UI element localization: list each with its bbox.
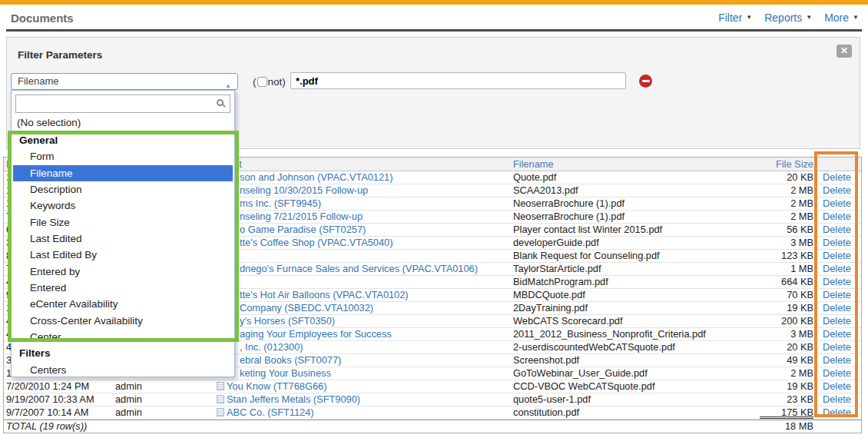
dropdown-group-label: General (12, 132, 234, 148)
dropdown-option-no-selection[interactable]: (No selection) (12, 114, 234, 132)
cell-subject: nseling 10/30/2015 Follow-up (212, 184, 508, 197)
delete-link[interactable]: Delete (823, 393, 851, 405)
cell-delete: Delete (817, 197, 861, 210)
subject-link[interactable]: son and Johnson (VPAC.VTA0121) (240, 171, 393, 183)
subject-link[interactable]: o Game Paradise (SFT0257) (240, 224, 366, 235)
cell-subject: You Know (TT768G66) (212, 380, 508, 393)
subject-link[interactable]: nseling 7/21/2015 Follow-up (240, 211, 363, 222)
delete-link[interactable]: Delete (823, 328, 851, 340)
cell-subject: tte's Coffee Shop (VPAC.VTA5040) (212, 237, 508, 249)
delete-link[interactable]: Delete (823, 184, 851, 196)
cell-subject: nseling 7/21/2015 Follow-up (212, 211, 508, 223)
delete-link[interactable]: Delete (823, 224, 851, 235)
remove-filter-icon[interactable] (639, 75, 652, 88)
delete-link[interactable]: Delete (823, 197, 851, 209)
delete-link[interactable]: Delete (823, 302, 851, 314)
subject-link[interactable]: , Inc. (012300) (240, 341, 303, 353)
subject-link[interactable]: y's Horses (SFT0350) (240, 315, 335, 327)
delete-link[interactable]: Delete (823, 354, 851, 366)
dropdown-option-description[interactable]: Description (12, 181, 234, 197)
cell-subject (212, 276, 508, 288)
subject-link[interactable]: ebral Books (SFT0077) (240, 354, 341, 366)
cell-delete: Delete (817, 393, 861, 406)
subject-link[interactable]: aging Your Employees for Success (240, 328, 392, 340)
subject-link[interactable]: You Know (TT768G66) (227, 380, 326, 392)
delete-link[interactable]: Delete (823, 250, 851, 261)
delete-link[interactable]: Delete (823, 289, 851, 300)
dropdown-option-filename[interactable]: Filename (13, 165, 233, 181)
cell-delete: Delete (817, 341, 861, 353)
table-row: 7/20/2010 1:24 PM admin You Know (TT768G… (4, 380, 861, 393)
header-subject[interactable]: Subject (212, 158, 508, 171)
delete-link[interactable]: Delete (823, 237, 851, 248)
filename-text: 2011_2012_Business_Nonprofit_Criteria.pd… (513, 328, 706, 340)
dropdown-option-file-size[interactable]: File Size (12, 214, 234, 231)
dropdown-option-centers[interactable]: Centers (12, 362, 234, 378)
cell-subject: tte's Hot Air Balloons (VPAC.VTA0102) (212, 289, 508, 301)
delete-link[interactable]: Delete (823, 263, 851, 274)
cell-delete: Delete (817, 237, 861, 249)
filter-pattern-input[interactable] (290, 72, 626, 89)
dropdown-search-input[interactable] (15, 95, 230, 113)
delete-link[interactable]: Delete (823, 406, 851, 418)
cell-filename: Player contact list Winter 2015.pdf (508, 224, 759, 236)
cell-filename: quote5-user-1.pdf (508, 393, 759, 406)
cell-delete: Delete (817, 224, 861, 236)
subject-link[interactable]: tte's Hot Air Balloons (VPAC.VTA0102) (240, 289, 409, 300)
dropdown-group-label: Filters (12, 345, 234, 361)
cell-filename: WebCATS Scorecard.pdf (508, 315, 759, 327)
subject-link[interactable]: ms Inc. (SFT9945) (240, 197, 321, 209)
nav-filter-menu[interactable]: Filter ▼ (718, 12, 752, 24)
filter-field-select[interactable]: Filename ▲ (11, 73, 238, 90)
cell-size: 20 KB (759, 171, 817, 184)
filename-text: SCAA2013.pdf (513, 184, 578, 196)
subject-link[interactable]: dnego's Furnace Sales and Services (VPAC… (240, 263, 478, 274)
subject-link[interactable]: Stan Jeffers Metals (SFT9090) (227, 393, 360, 405)
subject-link[interactable]: Company (SBEDC.VTA10032) (240, 302, 373, 314)
cell-size: 200 KB (759, 315, 817, 327)
dropdown-option-last-edited-by[interactable]: Last Edited By (12, 247, 234, 263)
delete-link[interactable]: Delete (823, 315, 851, 327)
header-filename[interactable]: Filename (508, 158, 759, 171)
dropdown-option-ecenter-availability[interactable]: eCenter Availability (12, 296, 234, 312)
total-label: TOTAL (19 row(s)) (4, 420, 508, 433)
dropdown-option-form[interactable]: Form (12, 148, 234, 164)
header-delete (817, 158, 861, 171)
nav-reports-menu[interactable]: Reports ▼ (764, 12, 812, 24)
delete-link[interactable]: Delete (823, 171, 851, 183)
cell-delete: Delete (817, 263, 861, 275)
chevron-down-icon: ▼ (746, 15, 752, 21)
subject-link[interactable]: nseling 10/30/2015 Follow-up (240, 184, 368, 196)
dropdown-option-last-edited[interactable]: Last Edited (12, 231, 234, 247)
cell-size: 2 MB (759, 211, 817, 223)
delete-link[interactable]: Delete (823, 380, 851, 392)
close-icon[interactable]: ✕ (837, 45, 852, 58)
not-checkbox[interactable] (257, 77, 267, 87)
subject-link[interactable]: keting Your Business (240, 367, 331, 379)
cell-delete: Delete (817, 406, 861, 419)
subject-link[interactable]: ABC Co. (SFT1124) (227, 406, 314, 418)
page-title: Documents (11, 12, 74, 25)
delete-link[interactable]: Delete (823, 341, 851, 353)
table-row: 9/7/2007 10:14 AM admin ABC Co. (SFT1124… (4, 406, 861, 420)
dropdown-option-center[interactable]: Center (12, 329, 234, 345)
subject-link[interactable]: tte's Coffee Shop (VPAC.VTA5040) (240, 237, 393, 248)
table-row: 9/19/2007 10:33 AM admin Stan Jeffers Me… (4, 393, 861, 406)
dropdown-option-entered-by[interactable]: Entered by (12, 264, 234, 280)
dropdown-option-keywords[interactable]: Keywords (12, 197, 234, 214)
cell-entered: 7/20/2010 1:24 PM (4, 380, 110, 393)
cell-filename: MBDCQuote.pdf (508, 289, 759, 301)
nav-more-menu[interactable]: More ▼ (824, 12, 859, 24)
dropdown-option-cross-center-availability[interactable]: Cross-Center Availability (12, 313, 234, 329)
delete-link[interactable]: Delete (823, 367, 851, 379)
filename-text: GoToWebinar_User_Guide.pdf (513, 367, 648, 379)
filename-text: MBDCQuote.pdf (513, 289, 585, 300)
header-file-size[interactable]: File Size (759, 158, 817, 171)
cell-size: 19 KB (759, 380, 817, 393)
delete-link[interactable]: Delete (823, 276, 851, 287)
delete-link[interactable]: Delete (823, 211, 851, 222)
dropdown-option-entered[interactable]: Entered (12, 280, 234, 296)
cell-size: 123 KB (759, 250, 817, 262)
cell-filename: 2DayTraining.pdf (508, 302, 759, 314)
cell-filename: constitution.pdf (508, 406, 759, 419)
